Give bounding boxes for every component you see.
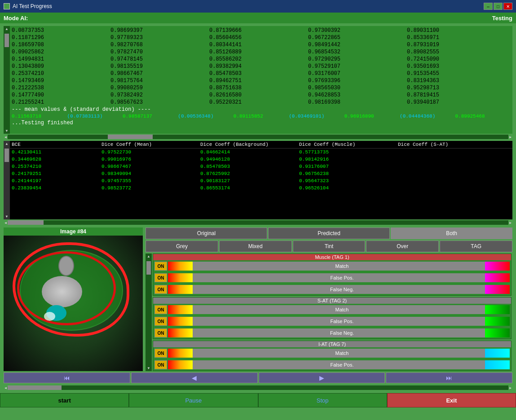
image-canvas	[4, 236, 143, 371]
hscroll-track	[8, 135, 508, 139]
bottom-hscroll-track	[8, 220, 508, 225]
original-button[interactable]: Original	[146, 228, 267, 239]
main-area: Image #84 Original Predicted B	[4, 228, 512, 371]
nav-first-button[interactable]: ⏮	[4, 372, 130, 383]
iat-match-row: ON Match	[153, 347, 511, 359]
hscroll-left-arrow[interactable]: ◀	[4, 135, 8, 139]
table-row: 0.241441970.974573550.901831270.95647323	[10, 177, 512, 184]
image-hscroll-right[interactable]: ▶	[508, 386, 512, 390]
sat-falsepos-on-button[interactable]: ON	[154, 317, 167, 326]
tag-vscroll-thumb	[146, 261, 151, 275]
tag-vscroll[interactable]: ▲ ▼	[146, 254, 152, 371]
sat-falseneg-row: ON False Neg.	[153, 327, 511, 339]
nav-next-button[interactable]: ▶	[259, 372, 385, 383]
iat-colorbar-right-2	[485, 360, 510, 369]
colorbar-right-2	[485, 273, 510, 282]
muscle-falsepos-on-button[interactable]: ON	[154, 273, 167, 282]
sat-falsepos-row: ON False Pos.	[153, 315, 511, 327]
sat-colorbar-left-1	[168, 305, 193, 314]
data-row: 0.130438090.981355190.893829940.97529107…	[12, 63, 511, 70]
data-row: 0.253742100.986674670.854785030.93176007…	[12, 70, 511, 77]
sat-match-colorbar: Match	[168, 305, 510, 314]
sat-falsepos-colorbar: False Pos.	[168, 317, 510, 326]
sat-colorbar-right-3	[485, 328, 510, 337]
colorbar-left	[168, 262, 193, 271]
iat-match-label: Match	[199, 349, 485, 358]
iat-falsepos-on-button[interactable]: ON	[154, 360, 167, 369]
colorbar-left-2	[168, 273, 193, 282]
bottom-vscroll[interactable]: ▲ ▼	[4, 141, 10, 219]
over-button[interactable]: Over	[366, 241, 439, 252]
sat-falseneg-colorbar: False Neg.	[168, 328, 510, 337]
tint-button[interactable]: Tint	[293, 241, 366, 252]
predicted-button[interactable]: Predicted	[268, 228, 390, 239]
sat-colorbar-mid-1	[193, 305, 199, 314]
mri-bright-spot	[44, 312, 55, 321]
bottom-vscroll-up[interactable]: ▲	[5, 141, 9, 147]
image-panel: Image #84	[4, 228, 143, 371]
mixed-button[interactable]: Mixed	[219, 241, 292, 252]
bottom-hscroll-right[interactable]: ▶	[508, 221, 512, 225]
vscroll-thumb	[4, 34, 9, 47]
mri-muscle	[17, 251, 116, 325]
nav-prev-button[interactable]: ◀	[131, 372, 258, 383]
tag-vscroll-up[interactable]: ▲	[147, 254, 151, 259]
bottom-vscroll-down[interactable]: ▼	[5, 214, 9, 219]
iat-falsepos-colorbar: False Pos.	[168, 360, 510, 369]
iat-colorbar-mid-2	[193, 360, 199, 369]
muscle-match-colorbar: Match	[168, 262, 510, 271]
bottom-table-rows: 0.421304110.975227300.846624140.57713735…	[10, 149, 512, 192]
muscle-falsepos-label: False Pos.	[199, 273, 485, 282]
stop-button[interactable]: Stop	[258, 393, 387, 407]
mode-value: Testing	[492, 15, 512, 22]
data-row: 0.149948310.974781450.855862020.97290295…	[12, 56, 511, 63]
app-icon	[4, 3, 10, 9]
iat-colorbar-mid-1	[193, 349, 199, 358]
table-row: 0.241792510.983490940.876259920.96756238	[10, 170, 512, 177]
sat-falseneg-on-button[interactable]: ON	[154, 328, 167, 337]
data-row: 0.090258620.978274700.851268890.96854532…	[12, 48, 511, 56]
muscle-falsepos-row: ON False Pos.	[153, 272, 511, 284]
muscle-match-on-button[interactable]: ON	[154, 262, 167, 271]
muscle-falseneg-on-button[interactable]: ON	[154, 285, 167, 294]
muscle-tag-header: Muscle (TAG 1)	[153, 254, 511, 260]
colorbar-mid-handle-2	[193, 273, 199, 282]
start-button[interactable]: start	[0, 393, 129, 407]
top-data-panel: ▲ ▼ 0.087373530.986993970.871396660.9730…	[4, 26, 512, 134]
hscroll-right-arrow[interactable]: ▶	[508, 135, 512, 139]
colorbar-right	[485, 262, 510, 271]
mean-values-row: 0.11563718 (0.07383113) 0.98587137 (0.00…	[12, 113, 511, 119]
vscroll-down-arrow[interactable]: ▼	[5, 128, 9, 134]
bottom-table-panel: ▲ ▼ BCE Dice Coeff (Mean) Dice Coeff (Ba…	[4, 141, 512, 219]
image-hscroll[interactable]: ◀ ▶	[4, 384, 512, 391]
close-button[interactable]: ✕	[503, 3, 512, 10]
iat-tag-header: I-AT (TAG 7)	[153, 341, 511, 347]
top-vscroll[interactable]: ▲ ▼	[4, 26, 10, 134]
pause-button[interactable]: Pause	[129, 393, 258, 407]
nav-last-button[interactable]: ⏭	[386, 372, 512, 383]
minimize-button[interactable]: –	[484, 3, 493, 10]
sat-match-on-button[interactable]: ON	[154, 305, 167, 314]
tag-vscroll-down[interactable]: ▼	[147, 365, 151, 371]
exit-button[interactable]: Exit	[387, 393, 516, 407]
image-hscroll-left[interactable]: ◀	[4, 386, 8, 390]
iat-falsepos-label: False Pos.	[199, 360, 485, 369]
tag-button[interactable]: TAG	[440, 241, 512, 252]
iat-tag-section: I-AT (TAG 7) ON Match ON	[153, 341, 512, 371]
colorbar-mid-handle	[193, 262, 199, 271]
colorbar-left-3	[168, 285, 193, 294]
sat-colorbar-left-3	[168, 328, 193, 337]
sat-match-row: ON Match	[153, 304, 511, 315]
right-controls: Original Predicted Both Grey Mixed Tint …	[146, 228, 512, 371]
nav-controls-row: ⏮ ◀ ▶ ⏭	[4, 372, 512, 383]
image-hscroll-thumb	[8, 385, 62, 390]
bottom-hscroll[interactable]: ◀ ▶	[4, 219, 512, 226]
iat-match-on-button[interactable]: ON	[154, 349, 167, 358]
maximize-button[interactable]: □	[494, 3, 503, 10]
top-hscroll[interactable]: ◀ ▶	[4, 134, 512, 140]
grey-button[interactable]: Grey	[146, 241, 218, 252]
bottom-hscroll-left[interactable]: ◀	[4, 221, 8, 225]
table-row: 0.253742100.986674670.854785030.93176007	[10, 163, 512, 170]
both-button[interactable]: Both	[391, 228, 512, 239]
vscroll-up-arrow[interactable]: ▲	[5, 26, 9, 32]
